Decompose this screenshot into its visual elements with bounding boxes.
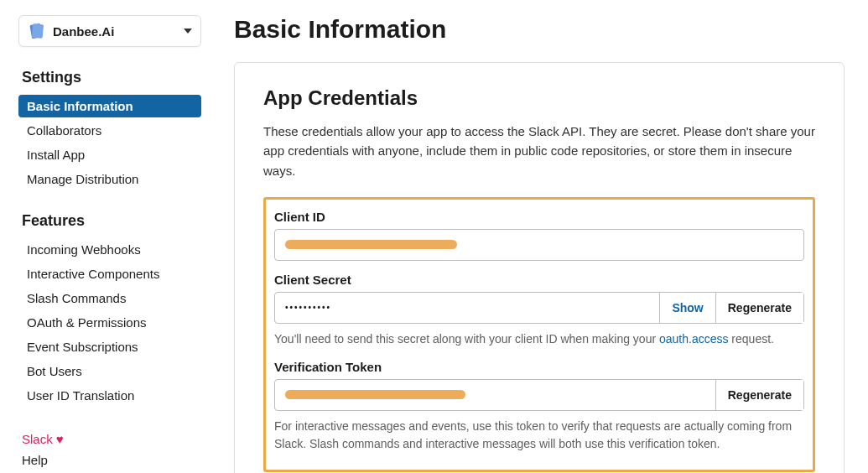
sidebar-item-install-app[interactable]: Install App [18, 143, 202, 166]
client-secret-masked: •••••••••• [285, 304, 331, 312]
oauth-access-link[interactable]: oauth.access [659, 332, 729, 346]
sidebar-item-manage-distribution[interactable]: Manage Distribution [18, 168, 202, 190]
verification-token-helper: For interactive messages and events, use… [274, 418, 804, 453]
regenerate-secret-button[interactable]: Regenerate [715, 293, 803, 323]
sidebar-item-event-subscriptions[interactable]: Event Subscriptions [18, 335, 202, 358]
app-credentials-description: These credentials allow your app to acce… [263, 122, 815, 180]
heart-icon: ♥ [56, 432, 64, 446]
client-id-value-redacted [275, 230, 803, 260]
sidebar-item-basic-information[interactable]: Basic Information [18, 95, 201, 117]
client-secret-label: Client Secret [274, 273, 804, 287]
client-secret-input[interactable]: •••••••••• Show Regenerate [274, 292, 804, 324]
client-id-label: Client ID [274, 210, 804, 224]
credentials-highlight-box: Client ID Client Secret •••••••••• S [263, 197, 815, 472]
footer-help-link[interactable]: Help [22, 453, 205, 467]
client-secret-field: Client Secret •••••••••• Show Regenerate… [274, 273, 804, 348]
sidebar-item-bot-users[interactable]: Bot Users [18, 360, 202, 382]
sidebar-item-collaborators[interactable]: Collaborators [18, 119, 202, 142]
sidebar-item-user-id-translation[interactable]: User ID Translation [18, 384, 202, 407]
main-content: Basic Information App Credentials These … [205, 0, 868, 473]
sidebar-item-oauth-permissions[interactable]: OAuth & Permissions [18, 311, 202, 334]
sidebar-section-settings: Settings [22, 69, 205, 86]
svg-rect-1 [32, 23, 44, 39]
client-id-input[interactable] [274, 229, 804, 261]
sidebar: Danbee.Ai Settings Basic Information Col… [0, 0, 205, 473]
sidebar-item-incoming-webhooks[interactable]: Incoming Webhooks [18, 238, 202, 261]
footer-slack-label: Slack [22, 432, 53, 446]
app-selector[interactable]: Danbee.Ai [18, 15, 201, 47]
app-icon [28, 22, 46, 40]
redacted-bar [285, 240, 457, 249]
app-credentials-card: App Credentials These credentials allow … [234, 62, 845, 473]
show-button[interactable]: Show [659, 293, 715, 323]
verification-token-field: Verification Token Regenerate For intera… [274, 360, 804, 453]
client-id-field: Client ID [274, 210, 804, 261]
chevron-down-icon [184, 29, 192, 34]
app-selector-name: Danbee.Ai [53, 24, 184, 39]
page-title: Basic Information [234, 15, 845, 44]
client-secret-helper: You'll need to send this secret along wi… [274, 330, 804, 348]
regenerate-token-button[interactable]: Regenerate [715, 380, 803, 410]
sidebar-section-features: Features [22, 212, 205, 230]
sidebar-item-slash-commands[interactable]: Slash Commands [18, 287, 202, 309]
client-secret-value: •••••••••• [275, 293, 659, 323]
redacted-bar [285, 390, 465, 399]
verification-token-label: Verification Token [274, 360, 804, 374]
footer-slack-link[interactable]: Slack ♥ [22, 432, 205, 446]
verification-token-value-redacted [275, 380, 715, 410]
verification-token-input[interactable]: Regenerate [274, 379, 804, 411]
app-credentials-heading: App Credentials [263, 86, 815, 110]
sidebar-item-interactive-components[interactable]: Interactive Components [18, 262, 202, 285]
